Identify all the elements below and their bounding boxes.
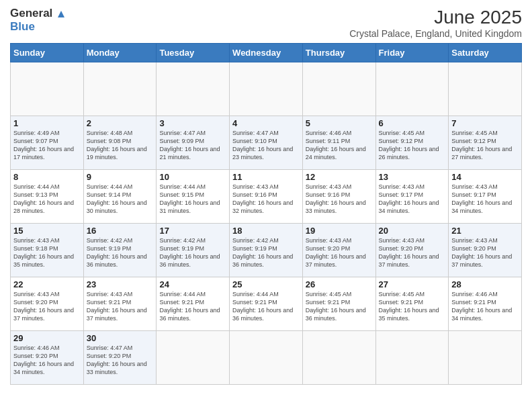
day-number: 18: [232, 226, 300, 236]
day-info: Sunrise: 4:44 AMSunset: 9:21 PMDaylight:…: [232, 290, 300, 323]
day-info: Sunrise: 4:48 AMSunset: 9:08 PMDaylight:…: [87, 129, 154, 162]
day-info: Sunrise: 4:43 AMSunset: 9:16 PMDaylight:…: [232, 183, 300, 216]
title-area: June 2025 Crystal Palace, England, Unite…: [349, 7, 522, 39]
calendar-cell: 3Sunrise: 4:47 AMSunset: 9:09 PMDaylight…: [157, 116, 230, 170]
calendar-cell: [230, 331, 303, 385]
calendar-week-row: 22Sunrise: 4:43 AMSunset: 9:20 PMDayligh…: [11, 277, 522, 331]
calendar-cell: 28Sunrise: 4:46 AMSunset: 9:21 PMDayligh…: [449, 277, 522, 331]
calendar-week-row: 8Sunrise: 4:44 AMSunset: 9:13 PMDaylight…: [11, 170, 522, 224]
calendar-cell: 10Sunrise: 4:44 AMSunset: 9:15 PMDayligh…: [157, 170, 230, 224]
calendar-week-row: 1Sunrise: 4:49 AMSunset: 9:07 PMDaylight…: [11, 116, 522, 170]
calendar-cell: 7Sunrise: 4:45 AMSunset: 9:12 PMDaylight…: [449, 116, 522, 170]
day-number: 17: [159, 226, 226, 236]
logo-general: General: [10, 7, 66, 20]
calendar-cell: 17Sunrise: 4:42 AMSunset: 9:19 PMDayligh…: [157, 224, 230, 277]
calendar-cell: 25Sunrise: 4:44 AMSunset: 9:21 PMDayligh…: [230, 277, 303, 331]
header-thursday: Thursday: [302, 44, 375, 62]
calendar-cell: 2Sunrise: 4:48 AMSunset: 9:08 PMDaylight…: [83, 116, 157, 170]
calendar-cell: 5Sunrise: 4:46 AMSunset: 9:11 PMDaylight…: [302, 116, 375, 170]
calendar-cell: 20Sunrise: 4:43 AMSunset: 9:20 PMDayligh…: [375, 224, 449, 277]
day-number: 29: [13, 333, 81, 343]
calendar-week-row: 15Sunrise: 4:43 AMSunset: 9:18 PMDayligh…: [11, 224, 522, 277]
day-number: 5: [306, 118, 373, 128]
day-number: 25: [232, 279, 300, 289]
header-wednesday: Wednesday: [230, 44, 303, 62]
calendar-table: Sunday Monday Tuesday Wednesday Thursday…: [10, 43, 522, 385]
day-info: Sunrise: 4:45 AMSunset: 9:12 PMDaylight:…: [451, 129, 519, 162]
svg-marker-0: [58, 11, 64, 17]
day-number: 9: [87, 172, 154, 182]
calendar-cell: 30Sunrise: 4:47 AMSunset: 9:20 PMDayligh…: [83, 331, 157, 385]
day-info: Sunrise: 4:43 AMSunset: 9:21 PMDaylight:…: [87, 290, 154, 323]
calendar-cell: [302, 62, 375, 116]
calendar-cell: 15Sunrise: 4:43 AMSunset: 9:18 PMDayligh…: [11, 224, 84, 277]
calendar-body: 1Sunrise: 4:49 AMSunset: 9:07 PMDaylight…: [11, 62, 522, 385]
day-number: 28: [451, 279, 519, 289]
calendar-cell: [157, 331, 230, 385]
header-tuesday: Tuesday: [157, 44, 230, 62]
calendar-cell: [375, 331, 449, 385]
calendar-cell: 8Sunrise: 4:44 AMSunset: 9:13 PMDaylight…: [11, 170, 84, 224]
day-info: Sunrise: 4:46 AMSunset: 9:21 PMDaylight:…: [451, 290, 519, 323]
calendar-cell: 19Sunrise: 4:43 AMSunset: 9:20 PMDayligh…: [302, 224, 375, 277]
day-number: 3: [159, 118, 226, 128]
location-title: Crystal Palace, England, United Kingdom: [349, 28, 522, 39]
header-monday: Monday: [83, 44, 157, 62]
calendar-cell: 26Sunrise: 4:45 AMSunset: 9:21 PMDayligh…: [302, 277, 375, 331]
day-number: 14: [451, 172, 519, 182]
logo-blue: Blue: [10, 20, 66, 34]
day-number: 27: [379, 279, 446, 289]
day-info: Sunrise: 4:43 AMSunset: 9:18 PMDaylight:…: [13, 236, 81, 269]
calendar-cell: 27Sunrise: 4:45 AMSunset: 9:21 PMDayligh…: [375, 277, 449, 331]
day-info: Sunrise: 4:49 AMSunset: 9:07 PMDaylight:…: [13, 129, 81, 162]
logo-triangle-icon: [56, 9, 66, 19]
day-info: Sunrise: 4:43 AMSunset: 9:20 PMDaylight:…: [379, 236, 446, 269]
calendar-header-row: Sunday Monday Tuesday Wednesday Thursday…: [11, 44, 522, 62]
calendar-cell: [157, 62, 230, 116]
day-number: 8: [13, 172, 81, 182]
day-info: Sunrise: 4:47 AMSunset: 9:10 PMDaylight:…: [232, 129, 300, 162]
day-number: 2: [87, 118, 154, 128]
day-number: 20: [379, 226, 446, 236]
calendar-cell: [302, 331, 375, 385]
day-info: Sunrise: 4:45 AMSunset: 9:12 PMDaylight:…: [379, 129, 446, 162]
calendar-cell: 24Sunrise: 4:44 AMSunset: 9:21 PMDayligh…: [157, 277, 230, 331]
day-info: Sunrise: 4:42 AMSunset: 9:19 PMDaylight:…: [159, 236, 226, 269]
header-sunday: Sunday: [11, 44, 84, 62]
calendar-week-row: [11, 62, 522, 116]
month-title: June 2025: [349, 7, 522, 28]
day-number: 23: [87, 279, 154, 289]
day-number: 19: [306, 226, 373, 236]
day-number: 10: [159, 172, 226, 182]
calendar-cell: [449, 62, 522, 116]
day-number: 22: [13, 279, 81, 289]
calendar-cell: 1Sunrise: 4:49 AMSunset: 9:07 PMDaylight…: [11, 116, 84, 170]
day-number: 6: [379, 118, 446, 128]
day-info: Sunrise: 4:44 AMSunset: 9:14 PMDaylight:…: [87, 183, 154, 216]
day-number: 4: [232, 118, 300, 128]
calendar-cell: 6Sunrise: 4:45 AMSunset: 9:12 PMDaylight…: [375, 116, 449, 170]
page: General Blue June 2025 Crystal Palace, E…: [0, 0, 532, 411]
day-number: 1: [13, 118, 81, 128]
day-info: Sunrise: 4:43 AMSunset: 9:20 PMDaylight:…: [451, 236, 519, 269]
logo-wrapper: General Blue: [10, 7, 66, 33]
calendar-cell: 29Sunrise: 4:46 AMSunset: 9:20 PMDayligh…: [11, 331, 84, 385]
day-info: Sunrise: 4:42 AMSunset: 9:19 PMDaylight:…: [87, 236, 154, 269]
day-number: 16: [87, 226, 154, 236]
day-number: 26: [306, 279, 373, 289]
calendar-cell: 21Sunrise: 4:43 AMSunset: 9:20 PMDayligh…: [449, 224, 522, 277]
day-number: 24: [159, 279, 226, 289]
day-info: Sunrise: 4:43 AMSunset: 9:17 PMDaylight:…: [379, 183, 446, 216]
calendar-cell: [11, 62, 84, 116]
day-info: Sunrise: 4:43 AMSunset: 9:16 PMDaylight:…: [306, 183, 373, 216]
header-friday: Friday: [375, 44, 449, 62]
day-info: Sunrise: 4:45 AMSunset: 9:21 PMDaylight:…: [379, 290, 446, 323]
calendar-cell: [230, 62, 303, 116]
header-saturday: Saturday: [449, 44, 522, 62]
day-info: Sunrise: 4:46 AMSunset: 9:11 PMDaylight:…: [306, 129, 373, 162]
day-number: 15: [13, 226, 81, 236]
calendar-cell: 9Sunrise: 4:44 AMSunset: 9:14 PMDaylight…: [83, 170, 157, 224]
day-number: 11: [232, 172, 300, 182]
calendar-cell: 22Sunrise: 4:43 AMSunset: 9:20 PMDayligh…: [11, 277, 84, 331]
calendar-cell: 12Sunrise: 4:43 AMSunset: 9:16 PMDayligh…: [302, 170, 375, 224]
